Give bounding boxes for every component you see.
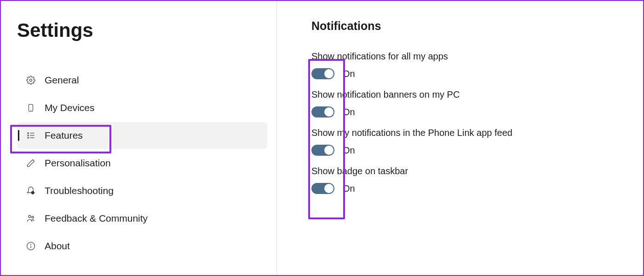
toggle-show-all-apps[interactable] bbox=[311, 68, 334, 79]
sidebar-item-label: Troubleshooting bbox=[45, 185, 114, 196]
features-icon bbox=[26, 131, 35, 140]
setting-label: Show notifications for all my apps bbox=[311, 51, 625, 62]
svg-point-0 bbox=[30, 79, 32, 82]
sidebar-item-troubleshooting[interactable]: ? Troubleshooting bbox=[17, 177, 267, 204]
phone-icon bbox=[26, 103, 35, 112]
sidebar-item-about[interactable]: About bbox=[17, 233, 267, 259]
sidebar-item-personalisation[interactable]: Personalisation bbox=[17, 150, 267, 176]
toggle-state-label: On bbox=[343, 107, 355, 117]
section-title: Notifications bbox=[311, 19, 625, 33]
content-panel: Notifications Show notifications for all… bbox=[277, 1, 643, 275]
svg-point-11 bbox=[29, 215, 31, 217]
svg-point-5 bbox=[28, 137, 29, 139]
toggle-state-label: On bbox=[343, 145, 355, 156]
page-title: Settings bbox=[17, 19, 267, 41]
sidebar-item-label: General bbox=[45, 75, 79, 86]
toggle-taskbar-badge[interactable] bbox=[311, 183, 334, 194]
setting-label: Show badge on taskbar bbox=[311, 166, 625, 176]
setting-label: Show my notifications in the Phone Link … bbox=[311, 128, 625, 138]
toggle-state-label: On bbox=[343, 69, 355, 79]
sidebar-item-general[interactable]: General bbox=[17, 67, 267, 94]
sidebar-item-label: About bbox=[45, 241, 70, 252]
sidebar-item-label: Personalisation bbox=[45, 158, 111, 169]
sidebar-item-label: Feedback & Community bbox=[45, 213, 148, 224]
svg-point-12 bbox=[32, 216, 34, 218]
nav-list: General My Devices Features Personalisat… bbox=[17, 67, 267, 259]
toggle-state-label: On bbox=[343, 183, 355, 194]
sidebar-item-label: Features bbox=[45, 130, 83, 141]
setting-phone-link-feed: Show my notifications in the Phone Link … bbox=[311, 128, 625, 156]
svg-point-3 bbox=[28, 133, 29, 134]
gear-icon bbox=[26, 76, 35, 85]
toggle-phone-link-feed[interactable] bbox=[311, 145, 334, 156]
toggle-banners-pc[interactable] bbox=[311, 106, 334, 117]
troubleshoot-icon: ? bbox=[26, 186, 35, 195]
sidebar: Settings General My Devices Features bbox=[1, 1, 277, 275]
pen-icon bbox=[26, 159, 35, 168]
sidebar-item-label: My Devices bbox=[45, 102, 95, 113]
info-icon bbox=[26, 241, 35, 251]
setting-taskbar-badge: Show badge on taskbar On bbox=[311, 166, 625, 194]
sidebar-item-features[interactable]: Features bbox=[17, 122, 267, 149]
svg-point-4 bbox=[28, 135, 29, 136]
sidebar-item-feedback[interactable]: Feedback & Community bbox=[17, 205, 267, 232]
community-icon bbox=[26, 214, 35, 223]
svg-point-15 bbox=[31, 244, 31, 245]
setting-show-all-apps: Show notifications for all my apps On bbox=[311, 51, 625, 79]
sidebar-item-my-devices[interactable]: My Devices bbox=[17, 94, 267, 121]
setting-banners-pc: Show notification banners on my PC On bbox=[311, 89, 625, 117]
setting-label: Show notification banners on my PC bbox=[311, 89, 625, 100]
